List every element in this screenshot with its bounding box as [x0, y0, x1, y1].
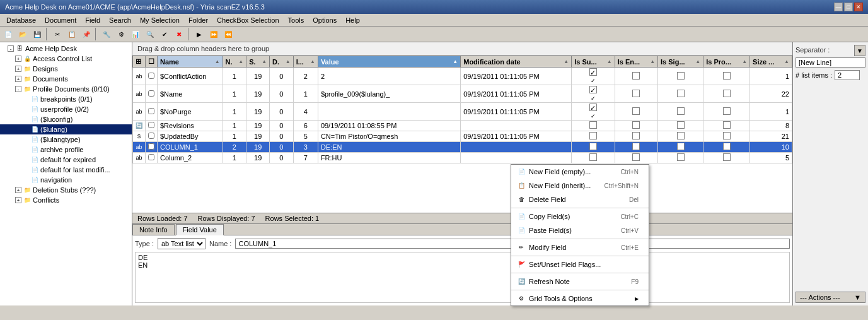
menu-field[interactable]: Field: [81, 15, 104, 25]
sidebar-item-lulangtype[interactable]: 📄 ($lulangtype): [0, 134, 132, 145]
ctx-new-field-inherit[interactable]: 📋 New Field (inherit)... Ctrl+Shift+N: [511, 179, 649, 193]
minimize-button[interactable]: —: [834, 3, 843, 11]
sidebar-item-luconfig[interactable]: 📄 ($luconfig): [0, 114, 132, 124]
ctx-refresh-note[interactable]: 🔄 Refresh Note F9: [511, 275, 649, 288]
en-check: [632, 107, 640, 115]
ctx-new-field-empty[interactable]: 📄 New Field (empty)... Ctrl+N: [511, 165, 649, 179]
tb-paste[interactable]: 📌: [79, 27, 93, 41]
col-header-size[interactable]: Size ... ▲: [750, 56, 792, 68]
sidebar-item-default-lastmod[interactable]: 📄 default for last modifi...: [0, 165, 132, 175]
menu-tools[interactable]: Tools: [284, 15, 308, 25]
separator-input[interactable]: [796, 57, 865, 68]
cell-name: $ConflictAction: [158, 68, 223, 85]
ctx-modify-field[interactable]: ✏ Modify Field Ctrl+E: [511, 240, 649, 254]
tb-btn-5[interactable]: 📊: [129, 27, 142, 41]
tb-save[interactable]: 💾: [30, 27, 44, 41]
tb-btn-10[interactable]: ⏪: [221, 27, 235, 41]
tab-field-value[interactable]: Field Value: [176, 224, 224, 235]
ctx-paste-field[interactable]: 📄 Paste Field(s) Ctrl+V: [511, 223, 649, 237]
close-button[interactable]: ✕: [854, 3, 863, 11]
col-header-s[interactable]: S. ▲: [246, 56, 270, 68]
data-grid-container[interactable]: ⊞ ☐ Name ▲ N. ▲ S. ▲ D. ▲ I... ▲ Value ▲…: [132, 56, 792, 213]
ctx-copy-field[interactable]: 📄 Copy Field(s) Ctrl+C: [511, 210, 649, 223]
maximize-button[interactable]: □: [844, 3, 853, 11]
sidebar-item-documents[interactable]: + 📁 Documents: [0, 74, 132, 84]
menu-checkbox-selection[interactable]: CheckBox Selection: [213, 15, 282, 25]
tb-btn-8[interactable]: ▶: [192, 27, 206, 41]
expand-profile-docs[interactable]: -: [15, 86, 21, 92]
tb-btn-9[interactable]: ⏩: [207, 27, 221, 41]
table-row[interactable]: ab $NoPurge 1 19 0 4 09/19/2011 01:11:05…: [133, 103, 792, 121]
ctx-set-flags[interactable]: 🚩 Set/Unset Field Flags...: [511, 258, 649, 271]
menu-search[interactable]: Search: [105, 15, 135, 25]
ctx-grid-tools[interactable]: ⚙ Grid Tools & Options ▶: [511, 292, 649, 305]
menu-help[interactable]: Help: [342, 15, 364, 25]
menu-document[interactable]: Document: [41, 15, 80, 25]
table-row[interactable]: 🔄 $Revisions 1 19 0 6 09/19/2011 01:08:5…: [133, 121, 792, 131]
tb-copy[interactable]: 📋: [65, 27, 79, 41]
col-header-name[interactable]: Name ▲: [158, 56, 223, 68]
table-row[interactable]: ab Column_2 1 19 0 7 FR:HU 5: [133, 153, 792, 163]
sidebar-item-breakpoints[interactable]: 📄 breakpoints (0/1): [0, 94, 132, 104]
sidebar-item-root[interactable]: - 🗄 Acme Help Desk: [0, 44, 132, 54]
col-header-d[interactable]: D. ▲: [270, 56, 294, 68]
table-row[interactable]: ab $Name 1 19 0 1 $profile_009($lulang)_…: [133, 85, 792, 103]
expand-designs[interactable]: +: [15, 66, 21, 72]
separator-icon-btn[interactable]: ▼: [854, 45, 865, 56]
cell-check[interactable]: [146, 68, 158, 85]
expand-root[interactable]: -: [8, 45, 14, 52]
tb-btn-6[interactable]: 🔍: [143, 27, 157, 41]
col-header-i[interactable]: I... ▲: [293, 56, 318, 68]
sidebar-label-lulang: ($lulang): [40, 126, 132, 133]
sig-check: [677, 143, 685, 150]
cell-isen: [615, 103, 657, 121]
menu-database[interactable]: Database: [3, 15, 40, 25]
menu-my-selection[interactable]: My Selection: [136, 15, 183, 25]
menu-folder[interactable]: Folder: [185, 15, 212, 25]
sidebar-item-default-expired[interactable]: 📄 default for expired: [0, 155, 132, 165]
cell-check[interactable]: [146, 121, 158, 131]
menu-options[interactable]: Options: [309, 15, 340, 25]
tb-btn-x[interactable]: ✖: [172, 27, 186, 41]
tb-btn-7[interactable]: ✔: [158, 27, 171, 41]
sidebar-item-profile-docs[interactable]: - 📁 Profile Documents (0/10): [0, 84, 132, 94]
sidebar-item-userprofile[interactable]: 📄 userprofile (0/2): [0, 104, 132, 114]
sidebar-item-acl[interactable]: + 🔒 Access Control List: [0, 54, 132, 64]
sidebar-item-lulang[interactable]: 📄 ($lulang): [0, 124, 132, 134]
tb-open[interactable]: 📂: [16, 27, 30, 41]
sidebar-item-deletion-stubs[interactable]: + 📁 Deletion Stubs (???): [0, 185, 132, 195]
table-row[interactable]: $ $UpdatedBy 1 19 0 5 CN=Tim Pistor/O=qm…: [133, 131, 792, 142]
cell-check[interactable]: [146, 142, 158, 153]
ctx-delete-field[interactable]: 🗑 Delete Field Del: [511, 193, 649, 206]
expand-deletion[interactable]: +: [15, 187, 21, 193]
tb-btn-4[interactable]: ⚙: [114, 27, 128, 41]
table-row[interactable]: ab COLUMN_1 2 19 0 3 DE:EN 10: [133, 142, 792, 153]
col-header-value[interactable]: Value ▲: [318, 56, 460, 68]
col-header-mod[interactable]: Modification date ▲: [461, 56, 572, 68]
expand-documents[interactable]: +: [15, 76, 21, 82]
cell-check[interactable]: [146, 103, 158, 121]
sidebar-item-navigation[interactable]: 📄 navigation: [0, 175, 132, 185]
col-header-issu[interactable]: Is Su... ▲: [572, 56, 615, 68]
type-select[interactable]: ab Text list: [158, 238, 205, 249]
tab-note-info[interactable]: Note Info: [132, 224, 175, 235]
table-row[interactable]: ab $ConflictAction 1 19 0 2 2 09/19/2011…: [133, 68, 792, 85]
sidebar-item-designs[interactable]: + 📁 Designs: [0, 64, 132, 74]
expand-acl[interactable]: +: [15, 56, 21, 62]
sidebar-item-archive-profile[interactable]: 📄 archive profile: [0, 145, 132, 155]
actions-button[interactable]: --- Actions --- ▼: [796, 292, 865, 303]
tb-new[interactable]: 📄: [1, 27, 15, 41]
col-header-isen[interactable]: Is En... ▲: [615, 56, 657, 68]
expand-conflicts[interactable]: +: [15, 197, 21, 203]
cell-check[interactable]: [146, 131, 158, 142]
tb-btn-3[interactable]: 🔧: [100, 27, 113, 41]
list-items-count[interactable]: [835, 70, 860, 80]
window-controls[interactable]: — □ ✕: [834, 3, 863, 11]
col-header-n[interactable]: N. ▲: [223, 56, 246, 68]
col-header-issig[interactable]: Is Sig... ▲: [658, 56, 703, 68]
cell-check[interactable]: [146, 153, 158, 163]
col-header-ispro[interactable]: Is Pro... ▲: [703, 56, 750, 68]
cell-check[interactable]: [146, 85, 158, 103]
tb-cut[interactable]: ✂: [50, 27, 64, 41]
sidebar-item-conflicts[interactable]: + 📁 Conflicts: [0, 195, 132, 205]
